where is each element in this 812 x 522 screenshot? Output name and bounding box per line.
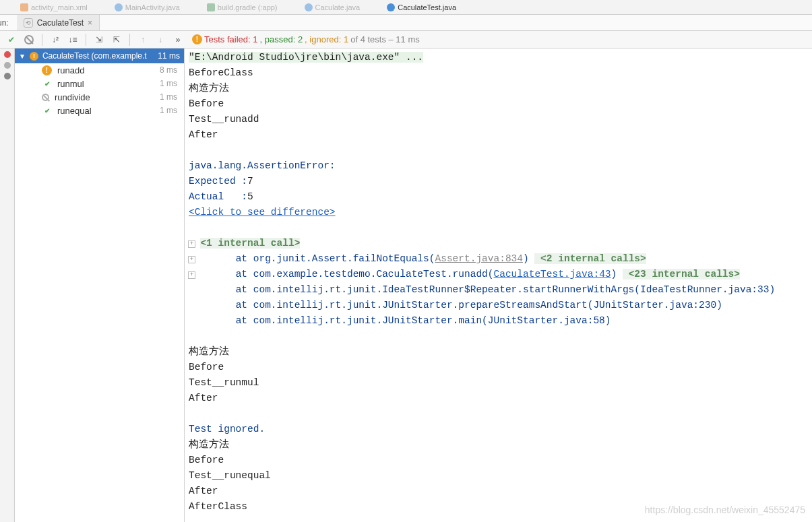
java-icon xyxy=(115,3,123,11)
stacktrace-line: at com.intellij.rt.junit.JUnitStarter.pr… xyxy=(189,300,722,311)
warning-icon: ! xyxy=(192,34,202,44)
actual-value: 5 xyxy=(247,191,253,202)
console-text: After xyxy=(189,486,218,496)
test-item-label: rundivide xyxy=(55,92,90,102)
test-tree: ▼ ! CaculateTest (com.example.test 11 ms… xyxy=(15,48,185,522)
console-text: AfterClass xyxy=(189,501,247,512)
test-config-icon: ⟲ xyxy=(24,18,33,28)
java-icon xyxy=(387,3,395,11)
test-ignore-icon xyxy=(42,94,49,101)
test-item-rundivide[interactable]: rundivide 1 ms xyxy=(15,90,184,104)
editor-tab-bar: activity_main.xml MainActivity.java buil… xyxy=(0,0,812,15)
test-pass-icon xyxy=(42,79,52,89)
test-tree-root[interactable]: ▼ ! CaculateTest (com.example.test 11 ms xyxy=(15,48,184,63)
stacktrace-line: at org.junit.Assert.failNotEquals(Assert… xyxy=(189,253,529,264)
editor-tab-caculatetest[interactable]: CaculateTest.java xyxy=(387,3,456,11)
test-console[interactable]: "E:\Android Studio\jre\bin\java.exe" ...… xyxy=(185,48,812,522)
test-item-time: 1 ms xyxy=(160,79,181,88)
console-text: Before xyxy=(189,455,224,465)
test-status-line: ! Tests failed: 1 , passed: 2 , ignored:… xyxy=(188,34,420,44)
chevron-down-icon: ▼ xyxy=(19,53,26,60)
show-passed-icon[interactable]: ✔ xyxy=(4,32,19,47)
tree-root-label: CaculateTest (com.example.test xyxy=(42,51,147,61)
expected-value: 7 xyxy=(247,176,253,187)
console-text: After xyxy=(189,393,218,403)
console-text: Test__runmul xyxy=(189,377,259,388)
actual-label: Actual : xyxy=(189,191,247,202)
editor-tab-caculate[interactable]: Caculate.java xyxy=(305,3,361,11)
fold-region[interactable]: <23 internal calls> xyxy=(623,269,740,280)
separator xyxy=(129,34,130,46)
test-pass-icon xyxy=(42,106,52,116)
run-tab-caculatetest[interactable]: ⟲ CaculateTest × xyxy=(17,15,100,30)
stop-icon[interactable] xyxy=(4,62,11,69)
more-icon[interactable]: » xyxy=(170,32,185,47)
xml-icon xyxy=(20,3,28,11)
separator xyxy=(86,34,86,46)
next-failed-icon[interactable]: ↓ xyxy=(153,32,168,47)
console-text: Test__runadd xyxy=(189,114,259,125)
fold-icon[interactable]: + xyxy=(188,271,195,279)
test-item-label: runmul xyxy=(57,79,84,89)
console-text: 构造方法 xyxy=(189,83,229,94)
expected-label: Expected : xyxy=(189,176,247,187)
fold-region[interactable]: <2 internal calls> xyxy=(534,253,646,264)
java-icon xyxy=(305,3,313,11)
fold-region[interactable]: <1 internal call> xyxy=(200,238,300,249)
gradle-icon xyxy=(207,3,215,11)
test-item-label: runadd xyxy=(57,65,84,75)
fold-icon[interactable]: + xyxy=(188,240,195,248)
source-link[interactable]: CaculateTest.java:43 xyxy=(494,269,611,280)
prev-failed-icon[interactable]: ↑ xyxy=(135,32,150,47)
test-item-time: 1 ms xyxy=(160,106,181,115)
command-line: "E:\Android Studio\jre\bin\java.exe" ... xyxy=(189,52,423,63)
console-text: After xyxy=(189,129,218,140)
console-text: Before xyxy=(189,362,224,372)
watermark-text: https://blog.csdn.net/weixin_45552475 xyxy=(645,502,805,518)
console-text: 构造方法 xyxy=(189,346,229,357)
test-item-time: 1 ms xyxy=(160,92,181,102)
stacktrace-line: at com.example.testdemo.CaculateTest.run… xyxy=(189,269,617,280)
sort-alpha-icon[interactable]: ↓² xyxy=(48,32,63,47)
stacktrace-line: at com.intellij.rt.junit.IdeaTestRunner$… xyxy=(189,284,775,295)
run-label: un: xyxy=(0,18,13,28)
test-toolbar: ✔ ↓² ↓≡ ⇲ ⇱ ↑ ↓ » ! Tests failed: 1 , pa… xyxy=(0,31,812,48)
console-text: BeforeClass xyxy=(189,67,253,78)
run-gutter xyxy=(0,48,15,522)
console-text: 构造方法 xyxy=(189,439,229,450)
editor-tab-activity-main[interactable]: activity_main.xml xyxy=(20,3,88,11)
tree-root-time: 11 ms xyxy=(158,51,180,61)
fold-icon[interactable]: + xyxy=(188,256,195,263)
rerun-icon[interactable] xyxy=(4,51,11,58)
error-heading: java.lang.AssertionError: xyxy=(189,160,341,171)
run-toolwindow-bar: un: ⟲ CaculateTest × xyxy=(0,15,812,31)
editor-tab-mainactivity[interactable]: MainActivity.java xyxy=(115,3,180,11)
test-item-time: 8 ms xyxy=(160,65,181,75)
console-text: Test__runequal xyxy=(189,470,271,481)
separator xyxy=(42,34,42,46)
click-see-difference-link[interactable]: <Click to see difference> xyxy=(189,207,336,218)
warning-icon: ! xyxy=(30,52,38,61)
test-item-runequal[interactable]: runequal 1 ms xyxy=(15,104,184,117)
stacktrace-line: at com.intellij.rt.junit.JUnitStarter.ma… xyxy=(189,315,611,326)
dot-icon[interactable] xyxy=(4,73,11,79)
console-text: Before xyxy=(189,98,224,109)
expand-all-icon[interactable]: ⇲ xyxy=(92,32,106,47)
test-fail-icon: ! xyxy=(42,65,52,75)
show-ignored-icon[interactable] xyxy=(22,32,36,47)
test-ignored-text: Test ignored. xyxy=(189,424,265,434)
editor-tab-buildgradle[interactable]: build.gradle (:app) xyxy=(207,3,278,11)
source-link[interactable]: Assert.java:834 xyxy=(435,253,523,264)
close-icon[interactable]: × xyxy=(88,18,92,28)
test-item-runadd[interactable]: ! runadd 8 ms xyxy=(15,63,184,77)
run-tab-label: CaculateTest xyxy=(37,18,84,28)
test-item-label: runequal xyxy=(57,106,92,116)
test-item-runmul[interactable]: runmul 1 ms xyxy=(15,77,184,90)
sort-duration-icon[interactable]: ↓≡ xyxy=(65,32,80,47)
collapse-all-icon[interactable]: ⇱ xyxy=(109,32,124,47)
